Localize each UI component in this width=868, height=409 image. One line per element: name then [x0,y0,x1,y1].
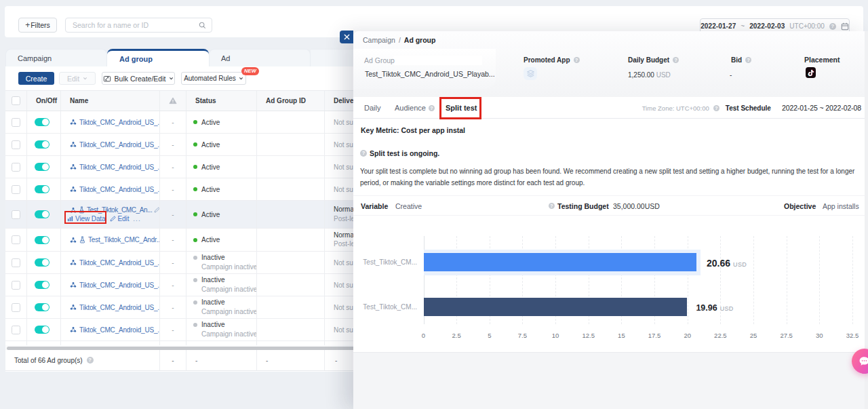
onoff-toggle[interactable] [35,163,50,171]
breadcrumb-campaign[interactable]: Campaign [363,36,395,44]
timezone-label: Time Zone: UTC+00:00 [642,104,709,112]
ad-group-id-cell [257,134,325,155]
row-checkbox[interactable] [12,258,20,267]
promoted-app-icon[interactable] [524,67,537,80]
ad-group-name-link[interactable]: Tiktok_CMC_Android_US_... [70,163,160,171]
create-button[interactable]: Create [18,72,54,85]
row-checkbox[interactable] [12,185,20,194]
ad-group-name-link[interactable]: Tiktok_CMC_Android_US_... [70,326,160,334]
onoff-toggle[interactable] [35,140,50,149]
warning-cell: - [160,111,186,133]
row-checkbox[interactable] [12,303,20,312]
tiktok-note-icon [808,69,814,77]
edit-dropdown-button[interactable]: Edit [59,72,96,85]
row-checkbox[interactable] [12,163,20,172]
close-icon [344,34,350,40]
drawer-tab-daily[interactable]: Daily [364,97,380,119]
row-checkbox[interactable] [12,210,20,219]
footer-total-cell: Total of 66 Ad group(s) ? [5,350,160,370]
warning-triangle-icon [169,97,177,104]
view-data-button[interactable]: View Data [67,215,106,222]
warning-cell: - [160,156,186,178]
daily-budget-label: Daily Budget [628,56,669,64]
filters-button[interactable]: + Filters [18,18,57,33]
name-cell: Tiktok_CMC_Android_US_... [61,134,160,155]
onoff-toggle[interactable] [35,281,50,289]
status-dot [193,212,197,216]
warning-cell: - [160,296,186,318]
chevron-down-icon [83,76,87,81]
status-text: Active [201,163,220,171]
chart-value-unit: USD [733,261,747,268]
tab-ad-group[interactable]: Ad group [107,49,209,66]
header-ad-group-id: Ad Group ID [257,91,325,111]
drawer-tab-split-test[interactable]: Split test [446,97,477,119]
row-checkbox[interactable] [12,281,20,290]
drawer-tab-audience[interactable]: Audience ? [395,97,435,119]
name-cell: Test_Tiktok_CMC_Andr... [61,229,160,251]
tab-campaign[interactable]: Campaign [5,49,107,66]
status-dot [193,238,197,242]
ad-group-name-link[interactable]: Tiktok_CMC_Android_US_... [70,119,160,126]
chart-x-tick-label: 17.5 [648,332,661,339]
onoff-toggle[interactable] [35,303,50,311]
status-dot [193,256,197,260]
onoff-toggle[interactable] [35,236,50,244]
ad-group-name-link[interactable]: Test_Tiktok_CMC_Andr... [70,236,160,244]
date-range-start: 2022-01-27 [701,22,736,30]
row-checkbox[interactable] [12,118,20,127]
status-text: Active [201,141,220,149]
date-range-timezone: UTC+00:00 [789,22,824,30]
search-input[interactable] [73,21,199,29]
row-edit-button[interactable]: Edit [110,215,130,222]
header-warning-cell [160,91,186,111]
row-checkbox[interactable] [12,326,20,334]
edit-button-label: Edit [67,75,79,83]
layers-icon [526,69,535,78]
select-all-checkbox[interactable] [12,96,20,105]
chart-bar[interactable] [424,298,687,316]
status-dot [193,187,197,191]
row-toggle-cell [27,296,61,318]
name-cell: Tiktok_CMC_Android_US_... [61,296,160,318]
more-actions-button[interactable]: ... [133,215,140,222]
row-checkbox[interactable] [12,140,20,149]
description-line-2: period, or making the variable settings … [360,178,863,189]
ad-group-name-link[interactable]: Tiktok_CMC_Android_US_... [70,304,160,311]
tab-ad[interactable]: Ad [209,49,311,66]
promoted-app-label: Promoted App [524,56,570,64]
row-checkbox[interactable] [12,235,20,244]
close-drawer-button[interactable] [340,31,353,43]
onoff-toggle[interactable] [35,326,50,334]
ad-group-name-input[interactable] [393,56,482,65]
date-range-end: 2022-02-03 [749,22,785,30]
bulk-create-edit-dropdown-button[interactable]: Bulk Create/Edit [102,72,175,85]
daily-budget-info-icon: ? [673,57,679,63]
onoff-toggle[interactable] [35,258,50,267]
status-text: Active [201,119,220,126]
chart-bar[interactable] [424,253,696,271]
status-cell: Inactive Campaign inactive [186,296,257,318]
key-metric-label: Key Metric: Cost per app instal [361,126,465,134]
audience-info-icon: ? [429,105,435,111]
onoff-toggle[interactable] [35,185,50,193]
onoff-toggle[interactable] [35,210,50,218]
ad-group-name-link[interactable]: Tiktok_CMC_Android_US_... [70,281,160,289]
chart-gridline [852,236,853,324]
delivery-text: Normal [334,231,355,240]
ad-group-id-cell [257,201,325,228]
ad-group-name-link[interactable]: Tiktok_CMC_Android_US_... [70,141,160,149]
status-note: Campaign inactive [193,286,257,294]
split-test-flask-icon [79,206,85,214]
header-status: Status [186,91,257,111]
chevron-down-icon [239,76,243,81]
row-checkbox-cell [5,134,27,155]
daily-budget-label-row: Daily Budget ? [628,56,679,64]
onoff-toggle[interactable] [35,118,50,126]
test-schedule-label: Test Schedule [726,104,771,112]
automated-rules-dropdown-button[interactable]: Automated Rules [181,72,246,85]
ad-group-name-link[interactable]: Tiktok_CMC_Android_US_... [70,186,160,193]
name-cell: Tiktok_CMC_Android_US_... [61,178,160,200]
ad-group-name-link[interactable]: Test_Tiktok_CMC_An... [70,206,160,214]
ad-group-name-link[interactable]: Tiktok_CMC_Android_US_... [70,259,160,267]
